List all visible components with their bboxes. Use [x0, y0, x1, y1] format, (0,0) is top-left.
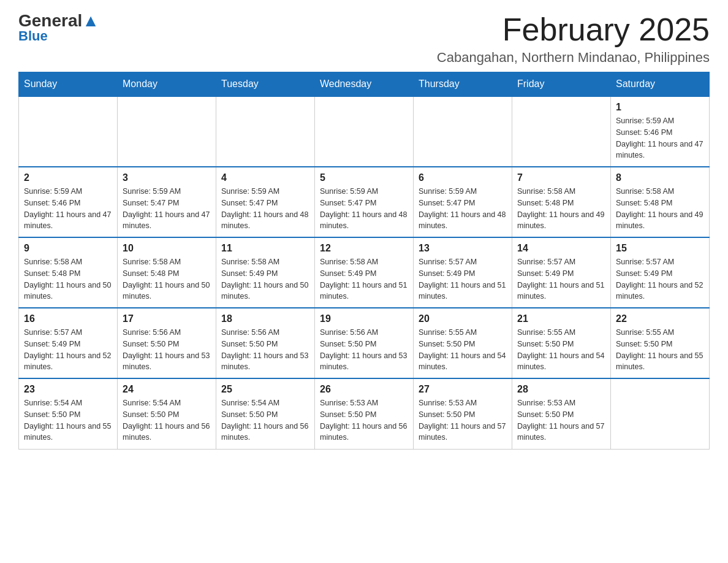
day-info: Sunrise: 5:53 AMSunset: 5:50 PMDaylight:…	[419, 397, 507, 443]
day-info: Sunrise: 5:58 AMSunset: 5:48 PMDaylight:…	[517, 186, 605, 232]
day-info: Sunrise: 5:58 AMSunset: 5:49 PMDaylight:…	[320, 256, 408, 302]
table-row: 8Sunrise: 5:58 AMSunset: 5:48 PMDaylight…	[611, 167, 710, 237]
day-number: 18	[221, 313, 309, 324]
table-row: 25Sunrise: 5:54 AMSunset: 5:50 PMDayligh…	[216, 378, 315, 449]
table-row	[315, 96, 414, 167]
calendar-week-row: 2Sunrise: 5:59 AMSunset: 5:46 PMDaylight…	[19, 167, 710, 237]
col-wednesday: Wednesday	[315, 72, 414, 97]
calendar-week-row: 9Sunrise: 5:58 AMSunset: 5:48 PMDaylight…	[19, 237, 710, 308]
logo-general-text: General▲	[18, 12, 99, 29]
day-info: Sunrise: 5:56 AMSunset: 5:50 PMDaylight:…	[123, 327, 211, 373]
day-number: 11	[221, 243, 309, 254]
logo-blue-text: Blue	[18, 28, 48, 44]
table-row: 1Sunrise: 5:59 AMSunset: 5:46 PMDaylight…	[611, 96, 710, 167]
day-number: 1	[616, 102, 704, 113]
table-row	[611, 378, 710, 449]
day-info: Sunrise: 5:59 AMSunset: 5:46 PMDaylight:…	[616, 115, 704, 161]
table-row	[118, 96, 216, 167]
calendar-week-row: 23Sunrise: 5:54 AMSunset: 5:50 PMDayligh…	[19, 378, 710, 449]
table-row: 3Sunrise: 5:59 AMSunset: 5:47 PMDaylight…	[118, 167, 216, 237]
day-number: 28	[517, 384, 605, 395]
day-info: Sunrise: 5:57 AMSunset: 5:49 PMDaylight:…	[616, 256, 704, 302]
day-info: Sunrise: 5:56 AMSunset: 5:50 PMDaylight:…	[320, 327, 408, 373]
day-number: 6	[419, 172, 507, 183]
table-row: 23Sunrise: 5:54 AMSunset: 5:50 PMDayligh…	[19, 378, 118, 449]
calendar-table: Sunday Monday Tuesday Wednesday Thursday…	[18, 72, 710, 450]
logo: General▲ Blue	[18, 12, 99, 44]
day-number: 24	[123, 384, 211, 395]
col-friday: Friday	[512, 72, 611, 97]
col-monday: Monday	[118, 72, 216, 97]
day-info: Sunrise: 5:55 AMSunset: 5:50 PMDaylight:…	[419, 327, 507, 373]
day-number: 25	[221, 384, 309, 395]
day-number: 22	[616, 313, 704, 324]
table-row: 15Sunrise: 5:57 AMSunset: 5:49 PMDayligh…	[611, 237, 710, 308]
day-number: 19	[320, 313, 408, 324]
table-row: 27Sunrise: 5:53 AMSunset: 5:50 PMDayligh…	[414, 378, 512, 449]
col-sunday: Sunday	[19, 72, 118, 97]
day-number: 27	[419, 384, 507, 395]
day-info: Sunrise: 5:53 AMSunset: 5:50 PMDaylight:…	[517, 397, 605, 443]
table-row: 11Sunrise: 5:58 AMSunset: 5:49 PMDayligh…	[216, 237, 315, 308]
day-number: 10	[123, 243, 211, 254]
table-row: 4Sunrise: 5:59 AMSunset: 5:47 PMDaylight…	[216, 167, 315, 237]
day-info: Sunrise: 5:58 AMSunset: 5:48 PMDaylight:…	[616, 186, 704, 232]
table-row: 17Sunrise: 5:56 AMSunset: 5:50 PMDayligh…	[118, 308, 216, 378]
table-row: 9Sunrise: 5:58 AMSunset: 5:48 PMDaylight…	[19, 237, 118, 308]
table-row	[19, 96, 118, 167]
location-title: Cabangahan, Northern Mindanao, Philippin…	[437, 50, 710, 66]
table-row: 10Sunrise: 5:58 AMSunset: 5:48 PMDayligh…	[118, 237, 216, 308]
day-number: 4	[221, 172, 309, 183]
day-info: Sunrise: 5:59 AMSunset: 5:47 PMDaylight:…	[221, 186, 309, 232]
day-info: Sunrise: 5:58 AMSunset: 5:49 PMDaylight:…	[221, 256, 309, 302]
table-row: 12Sunrise: 5:58 AMSunset: 5:49 PMDayligh…	[315, 237, 414, 308]
col-tuesday: Tuesday	[216, 72, 315, 97]
day-info: Sunrise: 5:54 AMSunset: 5:50 PMDaylight:…	[24, 397, 112, 443]
day-number: 17	[123, 313, 211, 324]
table-row: 18Sunrise: 5:56 AMSunset: 5:50 PMDayligh…	[216, 308, 315, 378]
day-info: Sunrise: 5:59 AMSunset: 5:47 PMDaylight:…	[419, 186, 507, 232]
table-row: 2Sunrise: 5:59 AMSunset: 5:46 PMDaylight…	[19, 167, 118, 237]
day-number: 13	[419, 243, 507, 254]
table-row: 26Sunrise: 5:53 AMSunset: 5:50 PMDayligh…	[315, 378, 414, 449]
table-row	[216, 96, 315, 167]
logo-triangle-icon: ▲	[82, 11, 99, 30]
day-info: Sunrise: 5:57 AMSunset: 5:49 PMDaylight:…	[419, 256, 507, 302]
day-info: Sunrise: 5:54 AMSunset: 5:50 PMDaylight:…	[221, 397, 309, 443]
day-info: Sunrise: 5:58 AMSunset: 5:48 PMDaylight:…	[24, 256, 112, 302]
col-thursday: Thursday	[414, 72, 512, 97]
calendar-week-row: 16Sunrise: 5:57 AMSunset: 5:49 PMDayligh…	[19, 308, 710, 378]
table-row: 6Sunrise: 5:59 AMSunset: 5:47 PMDaylight…	[414, 167, 512, 237]
day-info: Sunrise: 5:58 AMSunset: 5:48 PMDaylight:…	[123, 256, 211, 302]
table-row: 28Sunrise: 5:53 AMSunset: 5:50 PMDayligh…	[512, 378, 611, 449]
table-row: 19Sunrise: 5:56 AMSunset: 5:50 PMDayligh…	[315, 308, 414, 378]
table-row	[512, 96, 611, 167]
calendar-week-row: 1Sunrise: 5:59 AMSunset: 5:46 PMDaylight…	[19, 96, 710, 167]
day-info: Sunrise: 5:55 AMSunset: 5:50 PMDaylight:…	[517, 327, 605, 373]
day-info: Sunrise: 5:59 AMSunset: 5:47 PMDaylight:…	[123, 186, 211, 232]
day-number: 8	[616, 172, 704, 183]
day-number: 7	[517, 172, 605, 183]
page-header: General▲ Blue February 2025 Cabangahan, …	[18, 12, 710, 66]
calendar-header-row: Sunday Monday Tuesday Wednesday Thursday…	[19, 72, 710, 97]
col-saturday: Saturday	[611, 72, 710, 97]
day-info: Sunrise: 5:55 AMSunset: 5:50 PMDaylight:…	[616, 327, 704, 373]
day-number: 16	[24, 313, 112, 324]
day-number: 9	[24, 243, 112, 254]
day-number: 3	[123, 172, 211, 183]
day-number: 21	[517, 313, 605, 324]
day-number: 14	[517, 243, 605, 254]
day-number: 26	[320, 384, 408, 395]
table-row: 24Sunrise: 5:54 AMSunset: 5:50 PMDayligh…	[118, 378, 216, 449]
table-row: 21Sunrise: 5:55 AMSunset: 5:50 PMDayligh…	[512, 308, 611, 378]
day-number: 12	[320, 243, 408, 254]
day-info: Sunrise: 5:57 AMSunset: 5:49 PMDaylight:…	[24, 327, 112, 373]
table-row	[414, 96, 512, 167]
day-number: 2	[24, 172, 112, 183]
day-info: Sunrise: 5:59 AMSunset: 5:47 PMDaylight:…	[320, 186, 408, 232]
day-info: Sunrise: 5:54 AMSunset: 5:50 PMDaylight:…	[123, 397, 211, 443]
day-info: Sunrise: 5:59 AMSunset: 5:46 PMDaylight:…	[24, 186, 112, 232]
day-info: Sunrise: 5:57 AMSunset: 5:49 PMDaylight:…	[517, 256, 605, 302]
title-section: February 2025 Cabangahan, Northern Minda…	[437, 12, 710, 66]
day-number: 20	[419, 313, 507, 324]
